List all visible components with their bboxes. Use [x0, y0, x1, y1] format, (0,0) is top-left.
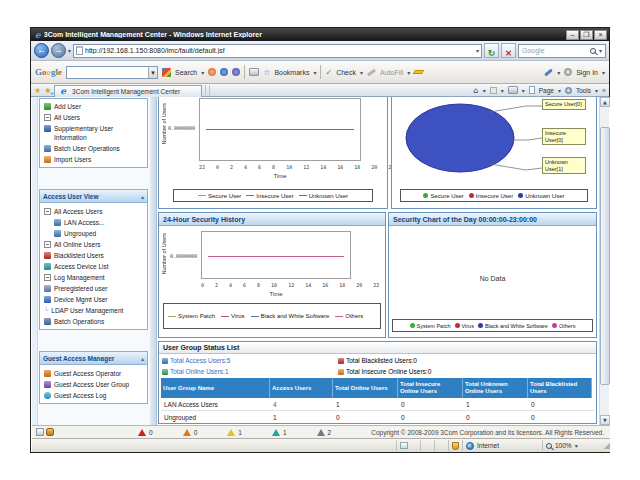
- section-header-guest-access-manager[interactable]: Guest Access Manager ▴: [40, 352, 147, 365]
- critical-alarm-icon: [138, 429, 146, 436]
- wrench-icon[interactable]: [544, 68, 553, 76]
- sidebar-item-lan-access[interactable]: LAN Access...: [40, 217, 147, 228]
- collapse-icon[interactable]: ▴: [141, 352, 144, 364]
- sidebar-item-supplementary-user-information[interactable]: Supplementary User Information: [40, 123, 147, 143]
- stop-button[interactable]: ×: [501, 43, 516, 58]
- column-header[interactable]: Access Users: [270, 378, 333, 398]
- sidebar-item-add-user[interactable]: Add User: [40, 101, 147, 112]
- scroll-up-icon[interactable]: ▲: [600, 97, 610, 107]
- settings-dropdown-icon[interactable]: ▾: [557, 69, 560, 76]
- column-header[interactable]: Total Online Users: [333, 378, 398, 398]
- add-gadget-icon[interactable]: [232, 68, 240, 76]
- highlighter-icon[interactable]: [413, 70, 424, 74]
- sidebar-item-batch-user-operations[interactable]: Batch User Operations: [40, 143, 147, 154]
- back-button[interactable]: ←: [34, 43, 49, 58]
- home-icon[interactable]: ⌂: [474, 86, 479, 95]
- restore-button[interactable]: ❐: [580, 30, 593, 40]
- command-bar: ⌂▾ ▾ ▾ Page▾ Tools▾ »: [474, 86, 606, 95]
- sidebar-item-guest-access-operator[interactable]: Guest Access Operator: [40, 368, 147, 379]
- address-dropdown-icon[interactable]: ▾: [476, 47, 479, 54]
- alarm-warning[interactable]: 1: [272, 429, 287, 436]
- alarm-info[interactable]: 2: [317, 429, 332, 436]
- search-icon[interactable]: [590, 48, 596, 54]
- google-search-dropdown-icon[interactable]: ▾: [148, 67, 157, 78]
- minimize-button[interactable]: –: [566, 30, 579, 40]
- alarm-minor[interactable]: 1: [227, 429, 242, 436]
- home-dropdown-icon[interactable]: ▾: [483, 87, 486, 94]
- page-menu[interactable]: Page: [539, 87, 554, 94]
- summary-total-access-users[interactable]: Total Access Users:5: [162, 357, 338, 364]
- autofill-button[interactable]: AutoFill: [380, 69, 403, 76]
- print-button-icon[interactable]: [508, 86, 518, 94]
- column-header[interactable]: Total Blacklisted Users: [528, 378, 592, 398]
- column-header[interactable]: User Group Name: [161, 378, 270, 398]
- scroll-down-icon[interactable]: ▼: [600, 415, 610, 425]
- refresh-button[interactable]: ↻: [484, 43, 499, 58]
- sidebar-item-device-mgmt-user[interactable]: Device Mgmt User: [40, 294, 147, 305]
- feeds-dropdown-icon[interactable]: ▾: [501, 87, 504, 94]
- check-dropdown-icon[interactable]: ▾: [360, 69, 363, 76]
- user-icon: [162, 369, 168, 375]
- sidebar-item-all-users[interactable]: All Users: [40, 112, 147, 123]
- google-search-options-icon[interactable]: ▾: [201, 69, 204, 76]
- scrollbar-thumb[interactable]: [600, 127, 610, 385]
- table-row[interactable]: LAN Access Users 4 1 0 1 0: [161, 398, 594, 411]
- sidebar-item-preregistered-user[interactable]: Preregistered user: [40, 283, 147, 294]
- print-icon[interactable]: [249, 68, 259, 76]
- column-header[interactable]: Total Insecure Online Users: [398, 378, 463, 398]
- add-favorite-icon[interactable]: ★: [44, 86, 51, 95]
- table-row[interactable]: Ungrouped 1 0 0 0 0: [161, 411, 594, 424]
- sidebar-item-batch-operations[interactable]: Batch Operations: [40, 316, 147, 327]
- alarm-major[interactable]: 0: [183, 429, 198, 436]
- autofill-dropdown-icon[interactable]: ▾: [407, 69, 410, 76]
- sidebar-item-access-device-list[interactable]: Access Device List: [40, 261, 147, 272]
- tools-menu[interactable]: Tools: [576, 87, 591, 94]
- favorites-center-icon[interactable]: ★: [34, 86, 41, 95]
- forward-button[interactable]: →: [51, 43, 66, 58]
- address-input[interactable]: http://192.168.1.150:8080/imc/fault/defa…: [73, 44, 482, 58]
- status-bar: Internet 100%▾ ◢: [32, 438, 610, 452]
- zoom-dropdown-icon[interactable]: ▾: [575, 442, 578, 449]
- sidebar-item-guest-access-log[interactable]: Guest Access Log: [40, 390, 147, 401]
- sign-in-button[interactable]: Sign In: [576, 69, 598, 76]
- section-header-access-user-view[interactable]: Access User View ▴: [40, 190, 147, 203]
- alarm-critical[interactable]: 0: [138, 429, 153, 436]
- feeds-icon[interactable]: [490, 87, 497, 94]
- toolbar-overflow-icon[interactable]: »: [602, 87, 606, 94]
- sidebar-item-ungrouped[interactable]: Ungrouped: [40, 228, 147, 239]
- sidebar-item-blacklisted-users[interactable]: Blacklisted Users: [40, 250, 147, 261]
- collapse-icon[interactable]: ▴: [141, 190, 144, 202]
- browser-search-input[interactable]: Google ▾: [518, 44, 606, 58]
- sidebar-item-guest-access-user-group[interactable]: Guest Access User Group: [40, 379, 147, 390]
- pie-callout-unknown: Unknown User[1]: [542, 157, 586, 174]
- check-button[interactable]: Check: [336, 69, 356, 76]
- alarm-browse-icon[interactable]: [36, 428, 44, 436]
- bookmarks-dropdown-icon[interactable]: ▾: [313, 69, 316, 76]
- sign-in-dropdown-icon[interactable]: ▾: [602, 69, 605, 76]
- sidebar-item-all-online-users[interactable]: All Online Users: [40, 239, 147, 250]
- summary-total-online-users[interactable]: Total Online Users:1: [162, 368, 338, 375]
- sidebar-item-ldap-user-management[interactable]: └LDAP User Management: [40, 305, 147, 316]
- sidebar-splitter[interactable]: [150, 97, 157, 425]
- resize-grip[interactable]: ◢: [598, 441, 610, 450]
- translate-icon[interactable]: [220, 68, 228, 76]
- google-search-input[interactable]: ▾: [66, 66, 158, 79]
- column-header[interactable]: Total Unknown Online Users: [463, 378, 528, 398]
- bookmarks-button[interactable]: Bookmarks: [274, 69, 309, 76]
- sidebar-item-all-access-users[interactable]: All Access Users: [40, 206, 147, 217]
- tools-dropdown-icon[interactable]: ▾: [595, 87, 598, 94]
- tab-3com-imc[interactable]: e 3Com Intelligent Management Center: [54, 85, 202, 97]
- alarm-sound-icon[interactable]: [46, 428, 54, 436]
- history-dropdown-icon[interactable]: ▾: [68, 47, 71, 54]
- page-dropdown-icon[interactable]: ▾: [558, 87, 561, 94]
- table-header-row: User Group Name Access Users Total Onlin…: [161, 378, 594, 398]
- print-dropdown-icon[interactable]: ▾: [522, 87, 525, 94]
- main-scrollbar[interactable]: ▲ ▼: [599, 97, 609, 425]
- search-dropdown-icon[interactable]: ▾: [599, 47, 602, 54]
- google-search-button[interactable]: Search: [175, 69, 197, 76]
- close-button[interactable]: ×: [594, 30, 607, 40]
- zoom-pane[interactable]: 100%▾: [542, 440, 598, 451]
- sidebar-item-log-management[interactable]: Log Management: [40, 272, 147, 283]
- share-icon[interactable]: [208, 68, 216, 76]
- sidebar-item-import-users[interactable]: Import Users: [40, 154, 147, 165]
